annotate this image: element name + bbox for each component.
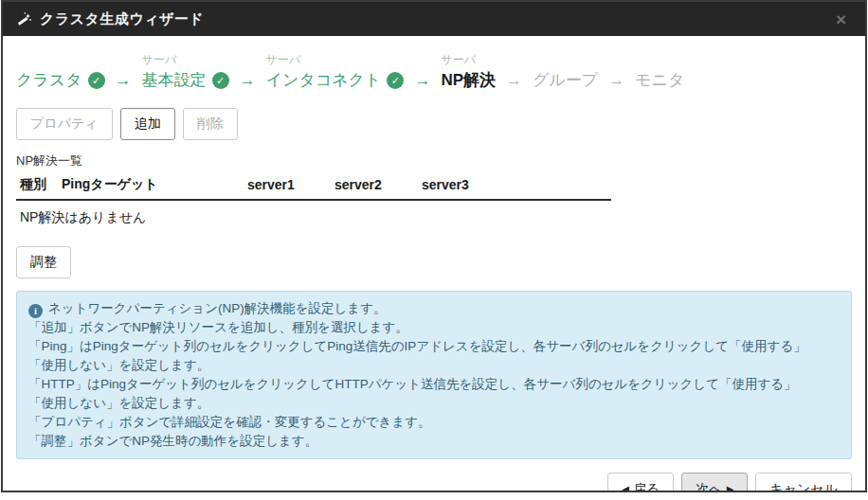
cancel-button[interactable]: キャンセル (755, 473, 852, 492)
property-button[interactable]: プロパティ (16, 108, 113, 140)
wand-icon (16, 11, 32, 27)
info-line: 「HTTP」はPingターゲット列のセルをクリックしてHTTPパケット送信先を設… (28, 375, 840, 394)
info-line: 「追加」ボタンでNP解決リソースを追加し、種別を選択します。 (28, 318, 840, 337)
next-button[interactable]: 次へ▶ (681, 473, 748, 492)
step-label: NP解決 (441, 68, 496, 93)
info-text: ネットワークパーティション(NP)解決機能を設定します。 (48, 301, 387, 315)
step-label: インタコネクト (266, 68, 382, 93)
close-icon[interactable]: × (830, 9, 852, 30)
next-arrow-icon: ▶ (727, 484, 734, 492)
column-type: 種別 (16, 173, 58, 200)
tune-button[interactable]: 調整 (16, 246, 71, 278)
empty-list-message: NP解決はありません (16, 201, 852, 234)
step-np-resolution[interactable]: サーバ NP解決 (441, 51, 496, 93)
column-server2: server2 (331, 173, 418, 200)
step-arrow-icon: → (240, 68, 256, 93)
step-sublabel: サーバ (266, 51, 301, 68)
wizard-steps: クラスタ✓ → サーバ 基本設定✓ → サーバ インタコネクト✓ → サーバ N… (16, 51, 852, 93)
back-arrow-icon: ◀ (622, 484, 629, 492)
check-icon: ✓ (88, 72, 105, 89)
step-cluster[interactable]: クラスタ✓ (16, 68, 105, 93)
column-server3: server3 (418, 173, 611, 200)
column-ping-target: Pingターゲット (58, 173, 244, 200)
step-arrow-icon: → (608, 68, 624, 93)
step-label: モニタ (635, 68, 684, 93)
guide-infobox: iネットワークパーティション(NP)解決機能を設定します。 「追加」ボタンでNP… (16, 291, 852, 459)
delete-button[interactable]: 削除 (183, 108, 238, 140)
step-arrow-icon: → (506, 68, 522, 93)
back-button[interactable]: ◀戻る (607, 473, 674, 492)
step-group[interactable]: グループ (533, 68, 598, 93)
dialog-content: クラスタ✓ → サーバ 基本設定✓ → サーバ インタコネクト✓ → サーバ N… (3, 36, 865, 459)
info-line: 「プロパティ」ボタンで詳細設定を確認・変更することができます。 (28, 413, 840, 432)
step-arrow-icon: → (116, 68, 132, 93)
table-header-row: 種別 Pingターゲット server1 server2 server3 (16, 173, 611, 200)
step-label: グループ (533, 68, 598, 93)
next-label: 次へ (696, 481, 722, 492)
step-basic-settings[interactable]: サーバ 基本設定✓ (142, 51, 229, 93)
np-list-caption: NP解決一覧 (16, 152, 852, 170)
info-line: 「使用しない」を設定します。 (28, 356, 840, 375)
step-interconnect[interactable]: サーバ インタコネクト✓ (266, 51, 405, 93)
check-icon: ✓ (387, 72, 404, 89)
column-server1: server1 (244, 173, 331, 200)
info-line: iネットワークパーティション(NP)解決機能を設定します。 (28, 299, 840, 318)
step-sublabel: サーバ (142, 51, 177, 68)
info-icon: i (28, 304, 43, 318)
step-arrow-icon: → (414, 68, 430, 93)
dialog-footer: ◀戻る 次へ▶ キャンセル (3, 459, 865, 492)
dialog-title: クラスタ生成ウィザード (40, 10, 204, 28)
cluster-wizard-dialog: クラスタ生成ウィザード × クラスタ✓ → サーバ 基本設定✓ → サーバ イン… (1, 0, 867, 492)
info-line: 「Ping」はPingターゲット列のセルをクリックしてPing送信先のIPアドレ… (28, 337, 840, 356)
add-button[interactable]: 追加 (120, 108, 175, 140)
step-sublabel: サーバ (441, 51, 476, 68)
info-line: 「調整」ボタンでNP発生時の動作を設定します。 (28, 432, 840, 451)
step-label: クラスタ (16, 68, 82, 93)
np-toolbar: プロパティ 追加 削除 (16, 108, 852, 140)
np-resolution-table: 種別 Pingターゲット server1 server2 server3 (16, 173, 611, 201)
info-line: 「使用しない」を設定します。 (28, 394, 840, 413)
step-monitor[interactable]: モニタ (635, 68, 684, 93)
check-icon: ✓ (212, 72, 229, 89)
back-label: 戻る (633, 481, 660, 492)
step-label: 基本設定 (142, 68, 207, 93)
dialog-titlebar: クラスタ生成ウィザード × (3, 2, 865, 36)
